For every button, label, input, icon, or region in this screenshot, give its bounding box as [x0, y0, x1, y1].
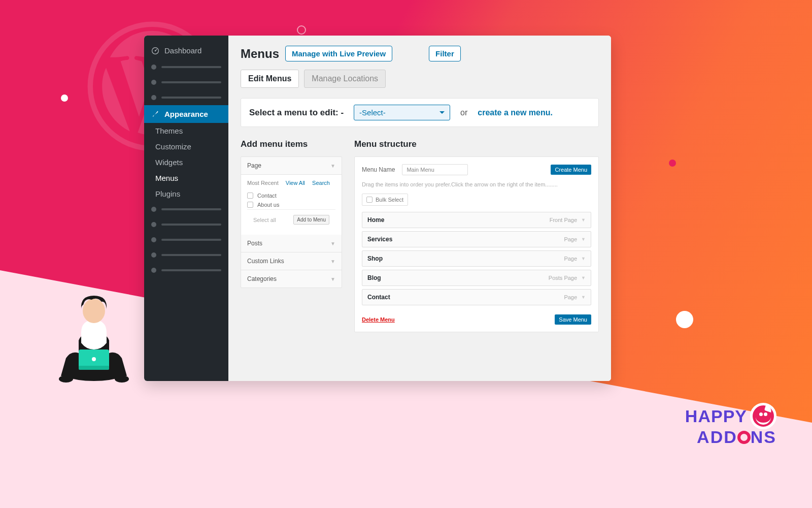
sidebar-item-appearance[interactable]: Appearance — [144, 105, 228, 123]
chevron-down-icon: ▼ — [330, 241, 335, 246]
menu-item-contact[interactable]: ContactPage▼ — [362, 289, 591, 305]
page-item-label: Contact — [257, 193, 277, 199]
menu-item-label: Home — [367, 216, 384, 224]
sidebar-item-plugins[interactable]: Plugins — [144, 186, 228, 202]
or-text: or — [460, 108, 467, 117]
bulk-select-toggle[interactable]: Bulk Select — [362, 194, 408, 206]
deco-ring-icon — [297, 25, 306, 35]
svg-point-6 — [92, 357, 96, 361]
sidebar-sub-widgets[interactable]: Widgets — [144, 154, 228, 170]
menu-item-blog[interactable]: BlogPosts Page▼ — [362, 270, 591, 286]
svg-rect-5 — [79, 366, 109, 370]
brush-icon — [151, 110, 159, 118]
bulk-select-label: Bulk Select — [376, 197, 403, 203]
add-to-menu-button[interactable]: Add to Menu — [293, 215, 329, 225]
svg-point-2 — [155, 50, 156, 51]
sidebar-placeholder — [144, 90, 228, 105]
sidebar-placeholder — [144, 232, 228, 247]
tab-search[interactable]: Search — [312, 180, 330, 186]
accordion-categories[interactable]: Categories▼ — [241, 270, 342, 288]
menu-item-type: Page — [564, 236, 577, 242]
menu-item-label: Services — [367, 236, 392, 243]
menu-structure-heading: Menu structure — [354, 139, 599, 149]
menu-item-type: Front Page — [550, 217, 577, 223]
page-item-about[interactable]: About us — [247, 200, 335, 209]
admin-sidebar: Dashboard Appearance Themes Customize Wi… — [144, 36, 228, 381]
chevron-down-icon: ▼ — [581, 256, 586, 261]
sidebar-sub-menus[interactable]: Menus — [144, 170, 228, 186]
checkbox-icon[interactable] — [247, 202, 253, 208]
accordion-page[interactable]: Page ▼ — [241, 157, 342, 175]
menu-select-bar: Select a menu to edit: - -Select- or cre… — [241, 98, 599, 127]
chevron-down-icon: ▼ — [581, 237, 586, 242]
acc-custom-label: Custom Links — [247, 258, 284, 265]
sidebar-placeholder — [144, 247, 228, 263]
checkbox-icon[interactable] — [366, 197, 373, 203]
menu-item-label: Shop — [367, 255, 383, 262]
select-all-link[interactable]: Select all — [253, 217, 276, 223]
page-item-label: About us — [257, 202, 279, 208]
admin-panel: Dashboard Appearance Themes Customize Wi… — [144, 36, 611, 381]
checkbox-icon[interactable] — [247, 193, 253, 199]
person-laptop-illustration — [51, 284, 137, 386]
add-items-panel: Page ▼ Most Recent View All Search Conta… — [241, 156, 342, 288]
brand-happy-text: HAPPY — [685, 406, 747, 426]
deco-dot-icon — [676, 311, 693, 328]
smiley-face-icon — [750, 403, 776, 429]
deco-dot-icon — [669, 160, 676, 167]
menu-structure-panel: Menu Name Create Menu Drag the items int… — [354, 156, 599, 332]
delete-menu-link[interactable]: Delete Menu — [362, 316, 395, 323]
tab-manage-locations[interactable]: Manage Locations — [304, 70, 386, 88]
tab-edit-menus[interactable]: Edit Menus — [241, 70, 299, 88]
svg-point-3 — [83, 299, 105, 323]
sidebar-sub-themes[interactable]: Themes — [144, 123, 228, 139]
sidebar-placeholder — [144, 59, 228, 75]
sidebar-item-dashboard[interactable]: Dashboard — [144, 42, 228, 59]
create-new-menu-link[interactable]: create a new menu. — [478, 108, 553, 117]
menu-item-label: Contact — [367, 294, 390, 301]
select-menu-label: Select a menu to edit: - — [249, 108, 344, 118]
menu-item-home[interactable]: HomeFront Page▼ — [362, 212, 591, 228]
menu-item-services[interactable]: ServicesPage▼ — [362, 231, 591, 247]
chevron-down-icon: ▼ — [581, 217, 586, 223]
create-menu-button[interactable]: Create Menu — [551, 165, 591, 175]
menu-item-type: Page — [564, 294, 577, 300]
filter-button[interactable]: Filter — [429, 46, 461, 61]
menu-item-label: Blog — [367, 274, 381, 281]
sidebar-sub-customize[interactable]: Customize — [144, 139, 228, 154]
save-menu-button[interactable]: Save Menu — [555, 314, 591, 325]
sidebar-placeholder — [144, 263, 228, 278]
chevron-down-icon: ▼ — [330, 259, 335, 264]
menu-name-label: Menu Name — [362, 166, 395, 173]
svg-point-7 — [59, 375, 73, 383]
chevron-down-icon: ▼ — [330, 276, 335, 282]
acc-categories-label: Categories — [247, 275, 277, 282]
tab-most-recent[interactable]: Most Recent — [247, 180, 279, 186]
chevron-down-icon: ▼ — [581, 275, 586, 280]
main-content: Menus Manage with Live Preview Filter Ed… — [228, 36, 611, 381]
add-items-heading: Add menu items — [241, 139, 342, 149]
chevron-down-icon: ▼ — [581, 295, 586, 300]
sidebar-placeholder — [144, 75, 228, 90]
deco-dot-icon — [61, 94, 68, 102]
chevron-down-icon: ▼ — [330, 163, 335, 169]
accordion-custom-links[interactable]: Custom Links▼ — [241, 252, 342, 270]
sidebar-dashboard-label: Dashboard — [164, 46, 201, 55]
brand-addons-text: ADDNS — [697, 427, 776, 447]
page-item-contact[interactable]: Contact — [247, 191, 335, 200]
sidebar-appearance-label: Appearance — [164, 110, 208, 118]
tab-view-all[interactable]: View All — [286, 180, 305, 186]
manage-live-preview-button[interactable]: Manage with Live Preview — [285, 46, 392, 61]
dashboard-icon — [151, 47, 159, 55]
menu-name-input[interactable] — [402, 164, 468, 175]
menu-select-dropdown[interactable]: -Select- — [354, 105, 450, 120]
acc-posts-label: Posts — [247, 240, 262, 247]
accordion-posts[interactable]: Posts▼ — [241, 235, 342, 252]
drag-hint-text: Drag the items into order you prefer.Cli… — [362, 181, 591, 187]
sidebar-placeholder — [144, 202, 228, 217]
happyaddons-logo: HAPPY ADDNS — [685, 403, 776, 447]
menu-item-shop[interactable]: ShopPage▼ — [362, 250, 591, 267]
acc-page-label: Page — [247, 162, 261, 169]
svg-point-8 — [115, 375, 129, 383]
menu-item-type: Posts Page — [549, 275, 577, 281]
